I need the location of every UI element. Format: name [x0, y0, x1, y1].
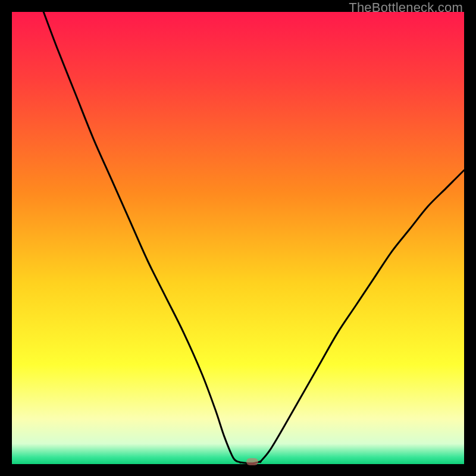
optimal-point-marker — [246, 458, 258, 465]
bottleneck-chart — [12, 12, 464, 464]
chart-background — [12, 12, 464, 464]
watermark-text: TheBottleneck.com — [349, 0, 463, 15]
chart-frame — [12, 12, 464, 464]
